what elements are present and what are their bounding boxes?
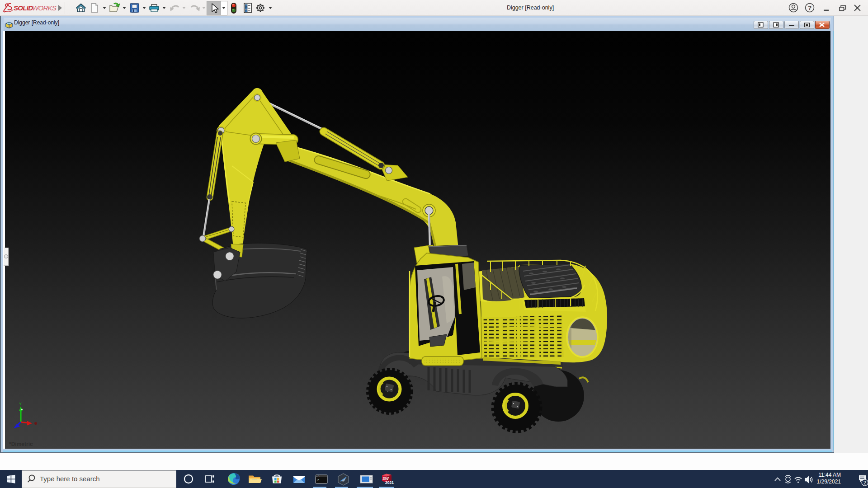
svg-text:2021: 2021 — [385, 480, 394, 485]
svg-text:C:\: C:\ — [316, 475, 319, 477]
svg-text:Y: Y — [19, 402, 22, 406]
svg-text:WORKS: WORKS — [32, 4, 57, 12]
svg-text:2: 2 — [863, 480, 866, 485]
svg-text:SOLID: SOLID — [14, 4, 33, 12]
svg-text:>_: >_ — [317, 478, 321, 482]
svg-text:?: ? — [808, 5, 811, 11]
